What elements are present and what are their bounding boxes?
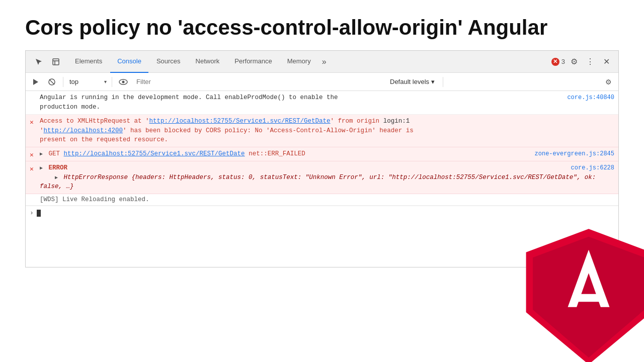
- tabs-right-controls: ✕ 3 ⚙ ⋮ ✕: [551, 55, 616, 69]
- console-line-info: core.js:40840 Angular is running in the …: [26, 91, 618, 115]
- wds-message-text: [WDS] Live Reloading enabled.: [40, 196, 149, 203]
- info-message-text: Angular is running in the development mo…: [40, 94, 338, 111]
- devtools-tabs-bar: Elements Console Sources Network Perform…: [26, 51, 618, 73]
- tab-console[interactable]: Console: [110, 51, 148, 73]
- error-icon-3: ✕: [30, 164, 34, 174]
- tab-memory[interactable]: Memory: [280, 51, 318, 73]
- get-tag: GET: [49, 150, 64, 157]
- error-count: 3: [561, 58, 565, 65]
- get-source-link[interactable]: zone-evergreen.js:2845: [535, 149, 614, 158]
- error-icon-2: ✕: [30, 150, 34, 160]
- cursor-icon[interactable]: [32, 55, 46, 69]
- context-select-input[interactable]: top: [67, 78, 108, 85]
- tab-icon-group: [28, 55, 67, 69]
- error-circle-icon: ✕: [551, 58, 559, 66]
- angular-logo-container: [503, 221, 644, 362]
- eye-button[interactable]: [116, 75, 130, 89]
- tab-elements[interactable]: Elements: [68, 51, 109, 73]
- more-tabs-button[interactable]: »: [319, 57, 330, 66]
- ban-button[interactable]: [45, 75, 59, 89]
- default-levels-button[interactable]: Default levels ▾: [386, 78, 439, 85]
- svg-marker-3: [33, 79, 38, 85]
- info-source-link[interactable]: core.js:40840: [567, 93, 614, 102]
- tab-sources[interactable]: Sources: [149, 51, 188, 73]
- levels-arrow-icon: ▾: [431, 78, 435, 85]
- toolbar-divider-1: [63, 77, 63, 87]
- toolbar-divider-3: [443, 77, 443, 87]
- console-toolbar-right: ⚙: [601, 75, 615, 89]
- svg-point-7: [122, 80, 125, 83]
- error-tag: ERROR: [49, 164, 68, 171]
- error-source-link[interactable]: core.js:6228: [571, 163, 614, 172]
- close-button[interactable]: ✕: [599, 55, 613, 69]
- console-cursor: [37, 210, 41, 217]
- toolbar-divider-2: [112, 77, 112, 87]
- angular-logo: [518, 226, 644, 362]
- filter-input[interactable]: [132, 78, 384, 85]
- context-selector[interactable]: top ▾: [67, 78, 108, 85]
- error-expand-arrow[interactable]: ▶: [40, 164, 43, 172]
- get-expand-arrow[interactable]: ▶: [40, 150, 43, 158]
- console-settings-button[interactable]: ⚙: [601, 75, 615, 89]
- run-button[interactable]: [29, 75, 43, 89]
- cors-url-link[interactable]: http://localhost:52755/Service1.svc/REST…: [149, 118, 331, 125]
- tab-performance[interactable]: Performance: [227, 51, 279, 73]
- more-options-button[interactable]: ⋮: [583, 55, 597, 69]
- svg-line-5: [49, 79, 54, 84]
- tab-network[interactable]: Network: [189, 51, 227, 73]
- get-status-text: net::ERR_FAILED: [249, 150, 305, 157]
- console-toolbar: top ▾ Default levels ▾ ⚙: [26, 73, 618, 91]
- console-line-cors-error: ✕ Access to XMLHttpRequest at 'http://lo…: [26, 115, 618, 147]
- console-prompt-icon: ›: [30, 209, 34, 217]
- svg-rect-0: [53, 59, 59, 65]
- svg-marker-11: [573, 294, 604, 302]
- get-url-link[interactable]: http://localhost:52755/Service1.svc/REST…: [64, 150, 245, 157]
- page-title: Cors policy no 'access-control-allow-ori…: [0, 0, 644, 50]
- cors-error-text: Access to XMLHttpRequest at 'http://loca…: [40, 118, 414, 144]
- http-error-expand[interactable]: ▶: [55, 174, 58, 182]
- more-tabs-icon: »: [322, 57, 327, 66]
- origin-link[interactable]: http://localhost:4200: [44, 127, 123, 134]
- wds-message-line: [WDS] Live Reloading enabled.: [26, 194, 618, 206]
- console-line-get-error: ✕ ▶ GET http://localhost:52755/Service1.…: [26, 147, 618, 161]
- console-input-line: ›: [26, 206, 618, 220]
- inspector-icon[interactable]: [49, 55, 63, 69]
- error-icon-1: ✕: [30, 118, 34, 128]
- http-error-response-text: HttpErrorResponse {headers: HttpHeaders,…: [40, 174, 596, 191]
- settings-button[interactable]: ⚙: [567, 55, 581, 69]
- console-line-error-obj: ✕ ▶ ERROR core.js:6228 ▶ HttpErrorRespon…: [26, 161, 618, 194]
- error-badge: ✕ 3: [551, 58, 565, 66]
